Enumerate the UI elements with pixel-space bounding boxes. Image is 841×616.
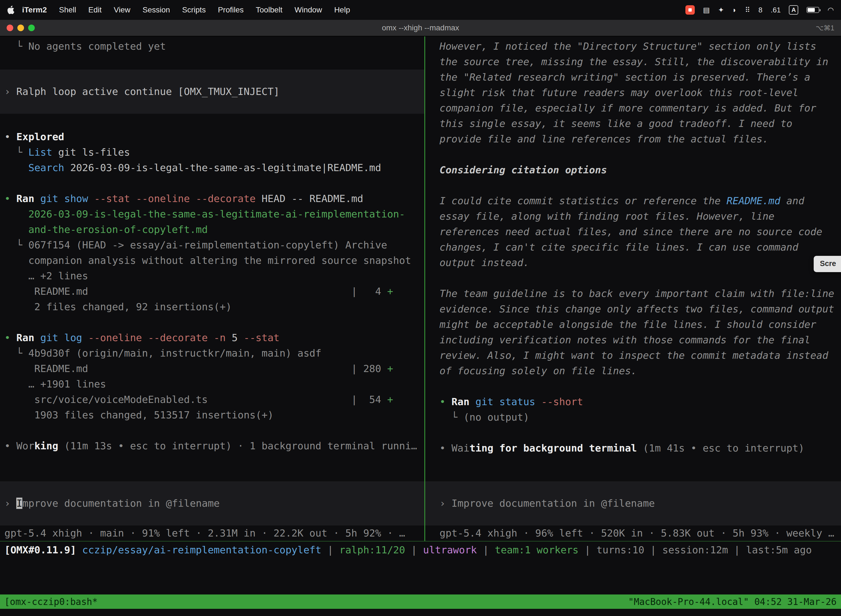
input-source-icon[interactable]: A (789, 5, 798, 15)
menu-item-toolbelt[interactable]: Toolbelt (250, 6, 289, 14)
terminal-line: companion analysis without altering the … (0, 253, 424, 268)
text-run: ting for background terminal (469, 442, 637, 454)
text-run: • (440, 442, 451, 454)
text-run: › (440, 497, 451, 509)
text-run: session:12m (662, 544, 728, 556)
text-run: slight risk that future readers may over… (440, 87, 798, 98)
keyboard-icon[interactable]: ▤ (703, 5, 710, 15)
terminal-output-right: However, I noticed the "Directory Struct… (425, 39, 841, 456)
screen-notification[interactable]: Scre (814, 256, 841, 272)
zoom-button[interactable] (28, 25, 35, 31)
text-run: 5 (232, 332, 244, 343)
stop-square-icon (689, 8, 692, 12)
text-run: might be acceptable alongside the file l… (440, 319, 816, 330)
terminal-line: 2 files changed, 92 insertions(+) (0, 299, 424, 315)
password-app-icon[interactable]: 8 (759, 5, 762, 15)
text-run: I could cite commit statistics or refere… (440, 195, 727, 207)
text-run: Wai (451, 442, 469, 454)
text-run: git show (40, 193, 94, 204)
text-run: 2026-03-09-is-legal-the-same-as-legitima… (64, 162, 381, 173)
text-run: └ (4, 348, 28, 359)
close-button[interactable] (7, 25, 13, 31)
text-run: output instead. (440, 257, 529, 268)
minimize-button[interactable] (18, 25, 24, 31)
tmux-pane-right[interactable]: However, I noticed the "Directory Struct… (425, 37, 841, 541)
terminal-line: └ List git ls-files (0, 145, 424, 160)
text-run: and (780, 195, 804, 207)
text-run: the source tree, missing the essay. Stil… (440, 56, 828, 67)
text-run: ultrawork (423, 544, 477, 556)
text-run: companion file, especially if more comme… (440, 103, 816, 114)
text-run: Improve documentation in @filename (451, 497, 655, 509)
menu-item-scripts[interactable]: Scripts (176, 6, 212, 14)
model-status-line-left: gpt-5.4 xhigh · main · 91% left · 2.31M … (0, 525, 424, 541)
text-run: I (16, 497, 22, 509)
text-run: | (579, 544, 596, 556)
text-run: ralph:11/20 (339, 544, 405, 556)
blank-line (0, 114, 424, 129)
terminal-line: provide file and line references from th… (425, 131, 841, 147)
text-run: + (387, 394, 393, 405)
blank-line (425, 378, 841, 394)
text-run: + (387, 286, 393, 297)
text-run: README.md | 4 (4, 286, 387, 297)
text-run: 1903 files changed, 513517 insertions(+) (4, 409, 273, 421)
text-run: cczip/essay/ai-reimplementation-copyleft (82, 544, 321, 556)
menu-item-iterm2[interactable]: iTerm2 (16, 6, 53, 14)
tmux-session-info: [omx-cczip0:bash* (4, 596, 98, 607)
text-run: └ (4, 147, 28, 158)
prompt-input-line[interactable]: › Improve documentation in @filename (425, 496, 841, 511)
apple-menu-icon[interactable] (7, 6, 14, 14)
blank-line (425, 147, 841, 162)
meter-badge[interactable]: .61 (771, 5, 781, 15)
terminal-line: essay file, along with finding root file… (425, 209, 841, 224)
terminal-line: Search 2026-03-09-is-legal-the-same-as-l… (0, 160, 424, 176)
menu-item-window[interactable]: Window (289, 6, 328, 14)
menu-item-shell[interactable]: Shell (53, 6, 82, 14)
battery-fill (807, 8, 815, 12)
text-run: • (4, 440, 16, 452)
menu-item-view[interactable]: View (108, 6, 136, 14)
text-run: README.md | 280 (4, 363, 387, 374)
omx-status-bar: [OMX#0.11.9] cczip/essay/ai-reimplementa… (0, 541, 841, 558)
menu-items: iTerm2ShellEditViewSessionScriptsProfile… (16, 6, 356, 14)
sparkle-icon[interactable]: ✦ (718, 5, 724, 15)
menu-item-profiles[interactable]: Profiles (212, 6, 250, 14)
menu-item-session[interactable]: Session (136, 6, 176, 14)
text-run: --stat (244, 332, 280, 343)
text-run: Ran (451, 396, 475, 407)
text-run: the "Related research writing" section i… (440, 72, 810, 83)
text-run: | (405, 544, 423, 556)
terminal-line: src/voice/voiceModeEnabled.ts | 54 + (0, 392, 424, 407)
window-shortcut-badge: ⌥⌘1 (816, 24, 834, 32)
text-run: git log (40, 332, 88, 343)
terminal-line: the source tree, missing the essay. Stil… (425, 54, 841, 70)
text-run: this single essay, it seems like a good … (440, 118, 793, 129)
text-run: team:1 workers (495, 544, 578, 556)
menu-item-help[interactable]: Help (328, 6, 356, 14)
app-grid-icon[interactable]: ⠿ (745, 5, 750, 15)
terminal-line: • Ran git log --oneline --decorate -n 5 … (0, 330, 424, 346)
window-title-bar[interactable]: omx --xhigh --madmax ⌥⌘1 (0, 20, 841, 37)
terminal-line: I could cite commit statistics or refere… (425, 193, 841, 209)
text-run: turns:10 (596, 544, 644, 556)
text-run: provide file and line references from th… (440, 133, 768, 145)
tmux-status-bar: [omx-cczip0:bash* "MacBook-Pro-44.local"… (0, 594, 841, 609)
menu-item-edit[interactable]: Edit (82, 6, 108, 14)
prompt-input-line[interactable]: › Improve documentation in @filename (0, 496, 424, 511)
text-run: [OMX#0.11.9] (4, 544, 82, 556)
terminal-line: output instead. (425, 255, 841, 270)
prompt-input-right[interactable]: › Improve documentation in @filename (425, 481, 841, 525)
text-run: 2 files changed, 92 insertions(+) (4, 301, 232, 312)
text-run: | (644, 544, 662, 556)
screen-recording-stop-icon[interactable] (686, 5, 695, 15)
battery-icon[interactable] (806, 7, 819, 13)
terminal-line: • Working (11m 13s • esc to interrupt) ·… (0, 438, 424, 454)
terminal-line: and-the-erosion-of-copyleft.md (0, 222, 424, 238)
prompt-input-left[interactable]: › Improve documentation in @filename (0, 481, 424, 525)
tmux-pane-left[interactable]: └ No agents completed yet› Ralph loop ac… (0, 37, 424, 541)
wifi-icon[interactable]: ◠ (828, 5, 834, 15)
text-run: changes, I can't cite specific file line… (440, 242, 798, 253)
text-run: (11m 13s • esc to interrupt) · 1 backgro… (58, 440, 417, 452)
moon-icon[interactable]: ◗ (732, 5, 737, 15)
